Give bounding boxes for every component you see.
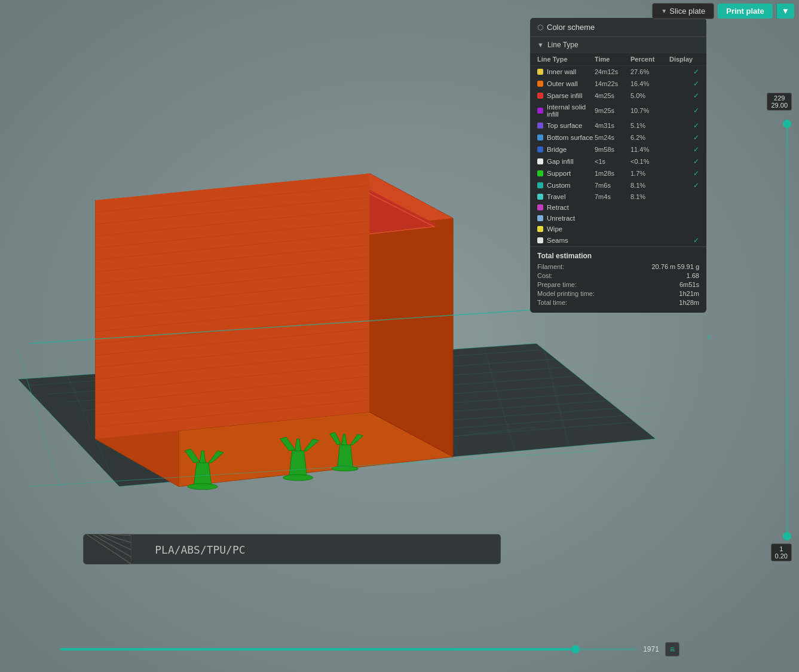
line-label-12: Unretract bbox=[547, 215, 575, 222]
line-row[interactable]: Internal solid infill 9m25s 10.7% ✓ bbox=[530, 102, 706, 120]
slider-thumb[interactable] bbox=[571, 645, 580, 653]
color-swatch-0 bbox=[537, 69, 543, 75]
prepare-row: Prepare time: 6m51s bbox=[537, 281, 699, 288]
line-label-1: Outer wall bbox=[547, 80, 578, 87]
line-percent-4: 5.1% bbox=[630, 122, 669, 129]
line-row[interactable]: Bottom surface 5m24s 6.2% ✓ bbox=[530, 132, 706, 143]
line-check-3[interactable]: ✓ bbox=[669, 106, 699, 115]
prepare-value: 6m51s bbox=[679, 281, 699, 288]
line-check-0[interactable]: ✓ bbox=[669, 68, 699, 76]
line-percent-5: 6.2% bbox=[630, 134, 669, 141]
line-row[interactable]: Inner wall 24m12s 27.6% ✓ bbox=[530, 66, 706, 78]
line-name-5: Bottom surface bbox=[537, 134, 595, 141]
slider-settings-button[interactable]: ≡ bbox=[665, 642, 679, 656]
slice-plate-button[interactable]: ▼ Slice plate bbox=[652, 3, 714, 19]
line-name-9: Custom bbox=[537, 182, 595, 189]
line-row[interactable]: Seams ✓ bbox=[530, 234, 706, 246]
cost-label: Cost: bbox=[537, 272, 553, 279]
line-row[interactable]: Bridge 9m58s 11.4% ✓ bbox=[530, 143, 706, 155]
line-row[interactable]: Top surface 4m31s 5.1% ✓ bbox=[530, 120, 706, 132]
line-rows-container: Inner wall 24m12s 27.6% ✓ Outer wall 14m… bbox=[530, 66, 706, 246]
print-plate-label: Print plate bbox=[726, 7, 764, 16]
line-check-9[interactable]: ✓ bbox=[669, 181, 699, 190]
check-mark-icon: ✓ bbox=[693, 145, 699, 154]
line-type-dropdown-arrow: ▼ bbox=[537, 41, 544, 48]
line-name-7: Gap infill bbox=[537, 158, 595, 165]
line-row[interactable]: Wipe bbox=[530, 224, 706, 234]
line-check-8[interactable]: ✓ bbox=[669, 169, 699, 178]
top-bar: ▼ Slice plate Print plate ▼ bbox=[0, 0, 799, 22]
line-row[interactable]: Sparse infill 4m25s 5.0% ✓ bbox=[530, 90, 706, 102]
line-label-6: Bridge bbox=[547, 146, 567, 153]
line-time-5: 5m24s bbox=[595, 134, 630, 141]
line-percent-7: <0.1% bbox=[630, 158, 669, 165]
line-check-14[interactable]: ✓ bbox=[669, 236, 699, 245]
line-check-1[interactable]: ✓ bbox=[669, 80, 699, 88]
print-plate-button[interactable]: Print plate bbox=[718, 4, 773, 19]
color-swatch-10 bbox=[537, 194, 543, 200]
col-time: Time bbox=[595, 56, 630, 63]
total-time-label: Total time: bbox=[537, 299, 567, 306]
line-name-10: Travel bbox=[537, 193, 595, 200]
line-name-6: Bridge bbox=[537, 146, 595, 153]
line-row[interactable]: Support 1m28s 1.7% ✓ bbox=[530, 167, 706, 179]
line-row[interactable]: Travel 7m4s 8.1% bbox=[530, 191, 706, 202]
line-percent-6: 11.4% bbox=[630, 146, 669, 153]
line-time-0: 24m12s bbox=[595, 68, 630, 75]
line-name-3: Internal solid infill bbox=[537, 103, 595, 118]
filament-row: Filament: 20.76 m 59.91 g bbox=[537, 263, 699, 270]
color-swatch-12 bbox=[537, 215, 543, 221]
line-name-13: Wipe bbox=[537, 225, 595, 233]
check-mark-icon: ✓ bbox=[693, 80, 699, 88]
line-label-5: Bottom surface bbox=[547, 134, 593, 141]
svg-marker-52 bbox=[289, 451, 307, 478]
svg-line-63 bbox=[18, 349, 60, 486]
line-time-7: <1s bbox=[595, 158, 630, 165]
line-label-2: Sparse infill bbox=[547, 92, 582, 99]
line-label-9: Custom bbox=[547, 182, 571, 189]
line-label-8: Support bbox=[547, 170, 571, 177]
line-check-7[interactable]: ✓ bbox=[669, 157, 699, 166]
slice-dropdown-arrow[interactable]: ▼ bbox=[661, 8, 667, 14]
line-check-4[interactable]: ✓ bbox=[669, 121, 699, 130]
filament-label: Filament: bbox=[537, 263, 564, 270]
slider-top-thumb[interactable] bbox=[783, 120, 791, 128]
line-row[interactable]: Gap infill <1s <0.1% ✓ bbox=[530, 155, 706, 167]
line-row[interactable]: Retract bbox=[530, 202, 706, 213]
line-check-6[interactable]: ✓ bbox=[669, 145, 699, 154]
horizontal-frame-slider[interactable]: 1971 ≡ bbox=[60, 643, 679, 655]
line-label-7: Gap infill bbox=[547, 158, 574, 165]
svg-marker-57 bbox=[338, 445, 353, 469]
line-name-2: Sparse infill bbox=[537, 92, 595, 99]
color-swatch-1 bbox=[537, 81, 543, 87]
line-check-5[interactable]: ✓ bbox=[669, 133, 699, 142]
slider-track[interactable] bbox=[60, 648, 637, 650]
line-percent-1: 16.4% bbox=[630, 80, 669, 87]
line-label-10: Travel bbox=[547, 193, 566, 200]
line-type-selector[interactable]: ▼ Line Type bbox=[530, 37, 706, 53]
line-check-2[interactable]: ✓ bbox=[669, 91, 699, 100]
side-collapse-button[interactable]: ‹ bbox=[707, 330, 711, 343]
slider-bottom-thumb[interactable] bbox=[783, 532, 791, 540]
line-type-label: Line Type bbox=[547, 41, 578, 49]
line-percent-0: 27.6% bbox=[630, 68, 669, 75]
line-percent-2: 5.0% bbox=[630, 92, 669, 99]
line-name-1: Outer wall bbox=[537, 80, 595, 87]
check-mark-icon: ✓ bbox=[693, 181, 699, 190]
line-label-11: Retract bbox=[547, 204, 569, 211]
slider-fill bbox=[60, 648, 580, 650]
print-dropdown-button[interactable]: ▼ bbox=[776, 4, 794, 19]
vertical-layer-slider[interactable] bbox=[786, 120, 788, 540]
line-percent-3: 10.7% bbox=[630, 107, 669, 114]
total-time-value: 1h28m bbox=[679, 299, 699, 306]
line-name-12: Unretract bbox=[537, 215, 595, 222]
line-label-4: Top surface bbox=[547, 122, 582, 129]
line-row[interactable]: Custom 7m6s 8.1% ✓ bbox=[530, 179, 706, 191]
line-row[interactable]: Unretract bbox=[530, 213, 706, 224]
color-swatch-7 bbox=[537, 158, 543, 164]
color-swatch-2 bbox=[537, 93, 543, 99]
svg-text:PLA/ABS/TPU/PC: PLA/ABS/TPU/PC bbox=[155, 543, 245, 556]
line-row[interactable]: Outer wall 14m22s 16.4% ✓ bbox=[530, 78, 706, 90]
svg-marker-47 bbox=[194, 463, 212, 487]
svg-rect-65 bbox=[84, 534, 501, 564]
